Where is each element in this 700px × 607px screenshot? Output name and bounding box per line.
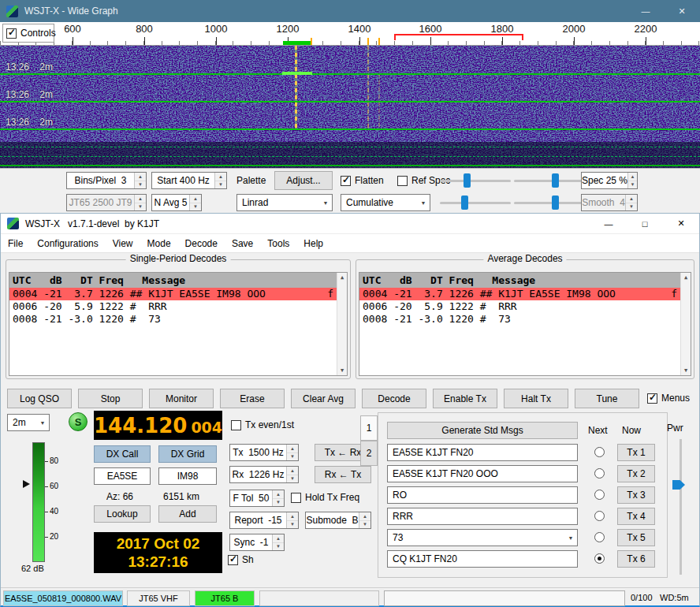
menu-configurations[interactable]: Configurations xyxy=(30,238,105,249)
spin-arrows[interactable] xyxy=(627,173,637,188)
tx3-now-button[interactable]: Tx 3 xyxy=(617,486,655,504)
pwr-slider-handle[interactable] xyxy=(672,480,685,490)
flatten-checkbox[interactable]: Flatten xyxy=(341,175,384,186)
tx3-message-field[interactable]: RO xyxy=(387,486,578,504)
menu-help[interactable]: Help xyxy=(296,238,330,249)
halt-tx-button[interactable]: Halt Tx xyxy=(504,389,568,408)
menu-tools[interactable]: Tools xyxy=(260,238,296,249)
dx-call-button[interactable]: DX Call xyxy=(94,445,151,463)
report-spinbox[interactable]: Report -15 xyxy=(229,512,299,529)
waterfall-display[interactable]: 13:26 2m 13:26 2m 13:26 2m xyxy=(0,46,700,168)
tx4-message-field[interactable]: RRR xyxy=(387,508,578,525)
tab-1[interactable]: 1 xyxy=(360,415,378,441)
scrollbar[interactable] xyxy=(680,273,691,375)
tx-freq-spinbox[interactable]: Tx 1500 Hz xyxy=(229,444,299,461)
spin-arrows[interactable] xyxy=(214,173,226,188)
slider-handle[interactable] xyxy=(464,173,471,188)
decode-row[interactable]: 0008 -21 -3.0 1220 # 73 xyxy=(9,313,337,326)
menu-mode[interactable]: Mode xyxy=(140,238,178,249)
frequency-scale[interactable]: 600 800 1000 1200 1400 1600 1800 2000 22… xyxy=(0,22,700,46)
waterfall-mode-combobox[interactable]: Cumulative xyxy=(341,194,430,211)
tx2-now-button[interactable]: Tx 2 xyxy=(617,465,655,482)
log-qso-button[interactable]: Log QSO xyxy=(7,389,72,408)
lookup-button[interactable]: Lookup xyxy=(94,505,151,523)
scrollbar[interactable] xyxy=(337,273,347,375)
controls-toggle[interactable]: Controls xyxy=(2,24,54,43)
zero2-slider[interactable] xyxy=(514,195,586,210)
maximize-button[interactable]: □ xyxy=(627,214,663,233)
tx1-next-radio[interactable] xyxy=(594,447,605,457)
menu-save[interactable]: Save xyxy=(225,238,260,249)
spec-spinbox[interactable]: Spec 25 % xyxy=(581,172,638,189)
palette-combobox[interactable]: Linrad xyxy=(236,194,333,211)
monitor-button[interactable]: Monitor xyxy=(149,389,214,408)
minimize-button[interactable]: — xyxy=(590,214,627,233)
decode-button[interactable]: Decode xyxy=(362,389,426,408)
spin-arrows[interactable] xyxy=(134,173,146,188)
n-avg-spinbox[interactable]: N Avg 5 xyxy=(151,194,202,211)
sh-checkbox[interactable]: Sh xyxy=(228,554,254,565)
controls-checkbox[interactable]: Controls xyxy=(6,28,56,39)
dx-call-field[interactable]: EA5SE xyxy=(94,467,151,485)
tune-button[interactable]: Tune xyxy=(575,389,639,408)
sync-spinbox[interactable]: Sync -1 xyxy=(229,534,285,551)
bins-pixel-spinbox[interactable]: Bins/Pixel 3 xyxy=(66,172,147,189)
tx2-message-field[interactable]: EA5SE K1JT FN20 OOO xyxy=(387,465,578,482)
menu-view[interactable]: View xyxy=(106,238,140,249)
tx1-message-field[interactable]: EA5SE K1JT FN20 xyxy=(387,444,578,461)
band-combobox[interactable]: 2m xyxy=(7,414,50,431)
stop-button[interactable]: Stop xyxy=(78,389,143,408)
slider-handle[interactable] xyxy=(552,173,559,188)
rx-from-tx-button[interactable]: Rx ← Tx xyxy=(315,466,371,483)
add-button[interactable]: Add xyxy=(158,505,217,523)
menu-file[interactable]: File xyxy=(1,238,30,249)
spin-arrows[interactable] xyxy=(272,534,284,550)
slider-handle[interactable] xyxy=(461,196,468,210)
decode-row[interactable]: 0006 -20 5.9 1222 # RRR xyxy=(359,300,680,313)
tx6-now-button[interactable]: Tx 6 xyxy=(617,550,655,568)
tx4-next-radio[interactable] xyxy=(594,511,605,521)
tx2-next-radio[interactable] xyxy=(594,468,605,479)
spin-arrows[interactable] xyxy=(286,445,298,460)
tx5-now-button[interactable]: Tx 5 xyxy=(617,529,655,546)
average-decodes-panel[interactable]: UTC dB DT Freq Message 0004 -21 3.7 1226… xyxy=(359,272,691,376)
f-tol-spinbox[interactable]: F Tol 50 xyxy=(229,490,285,507)
decode-row[interactable]: 0004 -21 3.7 1226 ## K1JT EA5SE IM98 OOO… xyxy=(359,288,680,300)
single-decodes-panel[interactable]: UTC dB DT Freq Message 0004 -21 3.7 1226… xyxy=(9,272,348,376)
erase-button[interactable]: Erase xyxy=(220,389,285,408)
decode-row[interactable]: 0008 -21 -3.0 1220 # 73 xyxy=(359,313,680,326)
tx1-now-button[interactable]: Tx 1 xyxy=(617,444,655,461)
decode-row[interactable]: 0004 -21 3.7 1226 ## K1JT EA5SE IM98 OOO… xyxy=(9,288,337,300)
decode-row[interactable]: 0006 -20 5.9 1222 # RRR xyxy=(9,300,337,313)
enable-tx-button[interactable]: Enable Tx xyxy=(433,389,497,408)
zero-slider[interactable] xyxy=(514,173,586,188)
gain-slider[interactable] xyxy=(440,173,511,188)
spin-arrows[interactable] xyxy=(286,467,298,482)
spin-arrows[interactable] xyxy=(286,512,298,528)
adjust-button[interactable]: Adjust... xyxy=(274,171,333,190)
tx-even-checkbox[interactable]: Tx even/1st xyxy=(231,419,294,430)
generate-std-msgs-button[interactable]: Generate Std Msgs xyxy=(387,422,578,439)
close-button[interactable]: ✕ xyxy=(663,214,699,233)
rx-freq-spinbox[interactable]: Rx 1226 Hz xyxy=(229,466,299,483)
tx3-next-radio[interactable] xyxy=(594,490,605,500)
tab-2[interactable]: 2 xyxy=(360,441,378,466)
tx5-next-radio[interactable] xyxy=(594,532,605,542)
close-button[interactable]: ✕ xyxy=(664,0,700,22)
tx4-now-button[interactable]: Tx 4 xyxy=(617,508,655,525)
menu-decode[interactable]: Decode xyxy=(178,238,225,249)
spin-arrows[interactable] xyxy=(359,512,370,528)
minimize-button[interactable]: — xyxy=(627,0,664,22)
tx5-message-combobox[interactable]: 73 xyxy=(387,529,578,546)
slider-handle[interactable] xyxy=(552,196,559,210)
menus-checkbox[interactable]: Menus xyxy=(647,393,690,404)
spin-arrows[interactable] xyxy=(272,490,284,506)
tx6-message-field[interactable]: CQ K1JT FN20 xyxy=(387,550,578,568)
tx6-next-radio[interactable] xyxy=(594,553,605,564)
dx-grid-button[interactable]: DX Grid xyxy=(158,445,217,463)
hold-tx-freq-checkbox[interactable]: Hold Tx Freq xyxy=(291,492,359,503)
submode-spinbox[interactable]: Submode B xyxy=(305,512,371,529)
clear-avg-button[interactable]: Clear Avg xyxy=(291,389,356,408)
gain2-slider[interactable] xyxy=(440,195,511,210)
dx-grid-field[interactable]: IM98 xyxy=(158,467,217,485)
